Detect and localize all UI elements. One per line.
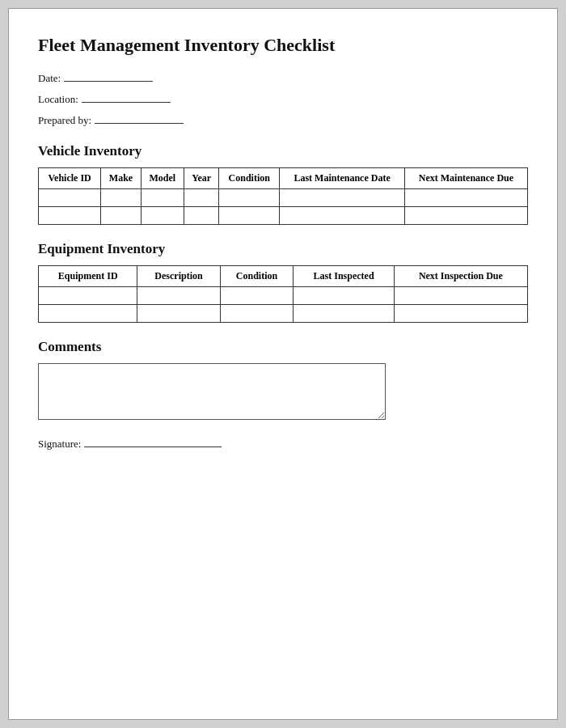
signature-underline [84,436,222,447]
equip-last-inspected-cell [294,305,394,323]
equip-last-inspected-cell [294,287,394,305]
vehicle-model-cell [141,207,184,225]
date-label: Date: [38,72,61,85]
date-field: Date: [38,70,528,85]
equip-col-condition: Condition [220,266,294,287]
signature-label: Signature: [38,438,81,451]
vehicle-col-next-maint: Next Maintenance Due [404,168,527,189]
vehicle-col-condition: Condition [219,168,280,189]
comments-area [38,363,528,420]
vehicle-year-cell [184,207,219,225]
equip-next-inspection-cell [394,305,527,323]
prepared-by-underline [95,112,184,124]
equip-col-last-inspected: Last Inspected [294,266,394,287]
vehicle-id-cell [39,207,101,225]
table-row [39,287,528,305]
location-field: Location: [38,91,528,106]
signature-field: Signature: [38,436,528,451]
vehicle-last-maint-cell [280,189,404,207]
equip-col-desc: Description [137,266,220,287]
equip-condition-cell [220,305,294,323]
vehicle-year-cell [184,189,219,207]
table-row [39,305,528,323]
vehicle-model-cell [141,189,184,207]
vehicle-make-cell [101,207,141,225]
vehicle-next-maint-cell [404,189,527,207]
vehicle-id-cell [39,189,101,207]
page-title: Fleet Management Inventory Checklist [38,35,528,56]
equip-desc-cell [137,287,220,305]
vehicle-inventory-table: Vehicle ID Make Model Year Condition Las… [38,167,528,225]
equip-id-cell [39,287,137,305]
prepared-by-label: Prepared by: [38,114,91,127]
table-row [39,207,528,225]
equip-col-id: Equipment ID [39,266,137,287]
equip-id-cell [39,305,137,323]
date-underline [64,70,153,82]
equip-col-next-inspection: Next Inspection Due [394,266,527,287]
vehicle-last-maint-cell [280,207,404,225]
table-row [39,189,528,207]
page-container: Fleet Management Inventory Checklist Dat… [8,8,558,720]
vehicle-make-cell [101,189,141,207]
vehicle-col-year: Year [184,168,219,189]
equipment-inventory-table: Equipment ID Description Condition Last … [38,265,528,323]
comments-textarea[interactable] [38,363,386,420]
equip-condition-cell [220,287,294,305]
equip-next-inspection-cell [394,287,527,305]
vehicle-condition-cell [219,207,280,225]
vehicle-col-last-maint: Last Maintenance Date [280,168,404,189]
equipment-table-header-row: Equipment ID Description Condition Last … [39,266,528,287]
vehicle-table-header-row: Vehicle ID Make Model Year Condition Las… [39,168,528,189]
equip-desc-cell [137,305,220,323]
location-underline [82,91,171,103]
vehicle-next-maint-cell [404,207,527,225]
prepared-by-field: Prepared by: [38,112,528,127]
vehicle-section-title: Vehicle Inventory [38,143,528,159]
vehicle-col-id: Vehicle ID [39,168,101,189]
location-label: Location: [38,93,78,106]
vehicle-col-model: Model [141,168,184,189]
comments-section-title: Comments [38,339,528,355]
vehicle-condition-cell [219,189,280,207]
vehicle-col-make: Make [101,168,141,189]
equipment-section-title: Equipment Inventory [38,241,528,257]
